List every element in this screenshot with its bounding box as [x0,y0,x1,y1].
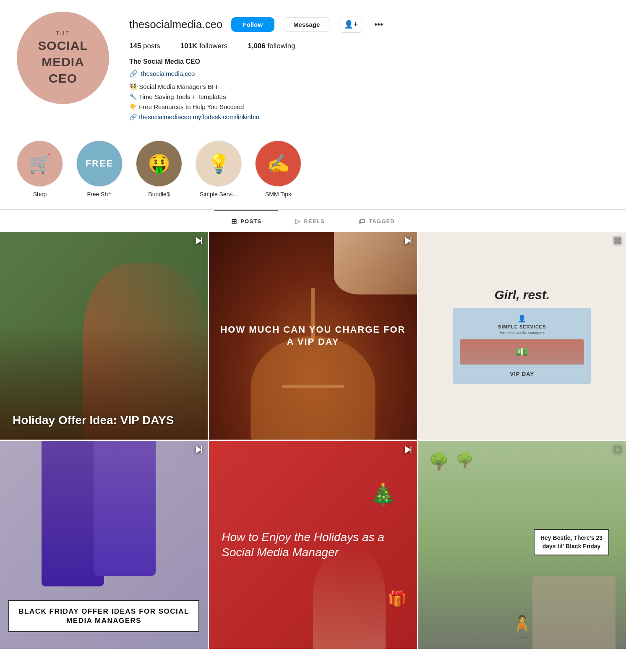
globe-icon: 🔗 [129,70,138,78]
bio-line-3: 👇 Free Resources to Help You Succeed [129,102,609,112]
person-icon: 🧍 [509,614,535,638]
svg-rect-5 [618,237,621,240]
avatar-text: THE SOCIALMEDIA CEO [38,29,88,86]
tab-posts[interactable]: ⊞ POSTS [214,210,278,232]
followers-label: followers [199,42,227,50]
link-icon: 🔗 [129,113,137,120]
post-4-content: BLACK FRIDAY OFFER IDEAS FOR SOCIAL MEDI… [0,441,208,649]
highlight-circle-free: FREE [76,141,123,187]
reel-icon-1 [194,236,203,248]
highlight-circle-shop: 🛒 [17,141,63,187]
highlight-bundles[interactable]: 🤑 Bundle$ [136,141,182,198]
post-2-text: HOW MUCH CAN YOU CHARGE FOR A VIP DAY [209,315,417,356]
post-3[interactable]: Girl, rest. 👤 SIMPLE SERVICES for Social… [418,232,626,440]
message-button[interactable]: Message [283,17,330,32]
post-2[interactable]: HOW MUCH CAN YOU CHARGE FOR A VIP DAY [209,232,417,440]
svg-rect-8 [196,446,197,453]
post-4-text: BLACK FRIDAY OFFER IDEAS FOR SOCIAL MEDI… [16,607,192,625]
more-options-button[interactable]: ••• [372,18,386,31]
svg-rect-2 [405,237,406,245]
highlight-label-shop: Shop [33,191,47,198]
posts-grid: Holiday Offer Idea: VIP DAYS HOW MUCH CA… [0,232,626,649]
highlight-label-simple: Simple Servi... [200,191,237,198]
avatar-social-media: SOCIALMEDIA [38,37,88,70]
posts-label: posts [143,42,160,50]
avatar-ceo: CEO [38,70,88,86]
post-3-title: Girl, rest. [494,288,550,302]
ornaments-icon: 🎄 [370,482,396,507]
multi-icon-3 [613,236,622,247]
svg-rect-12 [615,446,621,453]
website-link[interactable]: thesocialmedia.ceo [141,70,195,77]
stats-row: 145 posts 101K followers 1,006 following [129,42,609,50]
tab-tagged[interactable]: 🏷 TAGGED [342,210,412,232]
tab-reels[interactable]: ▷ REELS [278,210,342,232]
post-1-text: Holiday Offer Idea: VIP DAYS [13,413,174,427]
post-2-content: HOW MUCH CAN YOU CHARGE FOR A VIP DAY [209,232,417,440]
bio-line-1: 👯 Social Media Manager's BFF [129,82,609,92]
highlight-free[interactable]: FREE Free Sh*t [76,141,123,198]
posts-count: 145 [129,42,141,50]
tab-reels-label: REELS [304,218,325,224]
post-3-content: Girl, rest. 👤 SIMPLE SERVICES for Social… [418,232,626,440]
single-icon-6 [613,445,622,456]
profile-section: THE SOCIALMEDIA CEO thesocialmedia.ceo F… [0,0,626,130]
highlight-circle-smm: ✍️ [255,141,301,187]
posts-stat: 145 posts [129,42,160,50]
svg-rect-11 [410,446,411,453]
tree-icon: 🌳 [428,451,449,471]
follow-button[interactable]: Follow [231,17,275,32]
highlight-shop[interactable]: 🛒 Shop [17,141,63,198]
highlight-label-free: Free Sh*t [87,191,112,198]
reels-tab-icon: ▷ [295,217,300,225]
post-5[interactable]: 🎄 🎁 How to Enjoy the Holidays as a Socia… [209,441,417,649]
shop-icon: 🛒 [29,153,52,175]
tree-icon-2: 🌳 [456,451,474,469]
tagged-tab-icon: 🏷 [358,218,365,225]
reel-icon-4 [194,445,203,457]
svg-rect-10 [405,446,406,453]
smm-icon: ✍️ [267,153,290,175]
ornaments-icon-2: 🎁 [388,590,407,607]
highlight-circle-bundles: 🤑 [136,141,182,187]
avatar-the: THE [38,29,88,37]
reel-icon-2 [404,236,413,248]
post-4-box: BLACK FRIDAY OFFER IDEAS FOR SOCIAL MEDI… [8,600,199,632]
svg-rect-6 [615,241,617,244]
followers-stat[interactable]: 101K followers [180,42,227,50]
followers-count: 101K [180,42,198,50]
profile-header-row: thesocialmedia.ceo Follow Message 👤+ ••• [129,16,609,33]
post-3-card-sub: for Social Media Managers [460,331,584,335]
username: thesocialmedia.ceo [129,18,223,31]
highlight-smm[interactable]: ✍️ SMM Tips [255,141,301,198]
highlight-circle-simple: 💡 [196,141,242,187]
simple-icon: 💡 [207,153,230,175]
post-6-sign: Hey Bestie, There's 23 days til' Black F… [534,529,609,555]
bio-line-2: 🔧 Time-Saving Tools + Templates [129,92,609,102]
bundles-icon: 🤑 [148,153,171,175]
add-person-button[interactable]: 👤+ [339,16,363,33]
linkinbio-link[interactable]: thesocialmediaceo.myflodesk.com/linkinbi… [139,113,259,120]
display-name: The Social Media CEO [129,58,609,65]
bio-line-4: 🔗 thesocialmediaceo.myflodesk.com/linkin… [129,112,609,122]
posts-tab-icon: ⊞ [231,217,237,225]
bio: 👯 Social Media Manager's BFF 🔧 Time-Savi… [129,82,609,122]
svg-rect-9 [201,446,202,453]
post-3-card-title: SIMPLE SERVICES [460,324,584,329]
reel-icon-5 [404,445,413,457]
svg-rect-0 [196,237,197,245]
post-4[interactable]: BLACK FRIDAY OFFER IDEAS FOR SOCIAL MEDI… [0,441,208,649]
following-stat[interactable]: 1,006 following [248,42,295,50]
post-3-card-label: VIP DAY [460,371,584,377]
post-6[interactable]: 🌳 🌳 🧍 Hey Bestie, There's 23 days til' B… [418,441,626,649]
highlight-label-smm: SMM Tips [265,191,291,198]
website-row: 🔗 thesocialmedia.ceo [129,70,609,78]
post-1[interactable]: Holiday Offer Idea: VIP DAYS [0,232,208,440]
post-6-text: Hey Bestie, There's 23 days til' Black F… [540,534,603,550]
highlight-simple[interactable]: 💡 Simple Servi... [196,141,242,198]
svg-rect-3 [410,237,411,245]
highlights-section: 🛒 Shop FREE Free Sh*t 🤑 Bundle$ 💡 Simple… [0,130,626,209]
post-5-text: How to Enjoy the Holidays as a Social Me… [222,530,404,560]
post-3-card: 👤 SIMPLE SERVICES for Social Media Manag… [453,308,591,384]
following-count: 1,006 [248,42,266,50]
